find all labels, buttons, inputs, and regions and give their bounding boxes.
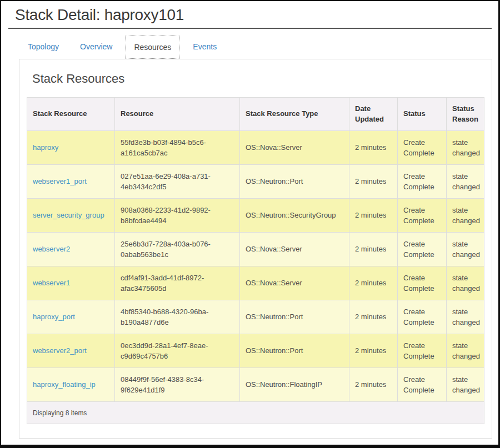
date-updated-cell: 2 minutes <box>349 165 398 199</box>
stack-resource-cell: webserver2 <box>27 233 115 266</box>
status-reason-cell: state changed <box>447 368 484 402</box>
status-reason-cell: state changed <box>447 199 484 233</box>
stack-resource-link[interactable]: haproxy_port <box>33 313 75 321</box>
date-updated-cell: 2 minutes <box>349 300 398 334</box>
stack-resource-type-cell: OS::Neutron::FloatingIP <box>240 368 349 402</box>
status-cell: Create Complete <box>398 334 447 368</box>
status-reason-cell: state changed <box>447 300 484 334</box>
stack-resource-link[interactable]: server_security_group <box>33 211 104 219</box>
stack-detail-page: Stack Detail: haproxy101 Topology Overvi… <box>0 0 500 448</box>
column-header-stack-resource: Stack Resource <box>27 98 115 131</box>
column-header-date-updated: Date Updated <box>349 98 398 131</box>
status-reason-cell: state changed <box>447 233 484 266</box>
status-cell: Create Complete <box>398 233 447 266</box>
stack-resource-link[interactable]: webserver1_port <box>33 177 87 185</box>
table-row: webserver2_port 0ec3dd9d-28a1-4ef7-8eae-… <box>27 334 484 368</box>
date-updated-cell: 2 minutes <box>349 368 398 402</box>
stack-resource-link[interactable]: webserver2 <box>33 245 70 253</box>
status-reason-cell: state changed <box>447 334 484 368</box>
table-row: haproxy_floating_ip 08449f9f-56ef-4383-8… <box>27 368 484 402</box>
stack-resource-link[interactable]: webserver1 <box>33 279 70 287</box>
stack-resource-cell: haproxy_port <box>27 300 115 334</box>
status-reason-cell: state changed <box>447 131 484 165</box>
title-divider <box>8 28 492 29</box>
resource-id-cell: 08449f9f-56ef-4383-8c34-9f629e41d1f9 <box>115 368 240 402</box>
column-header-resource: Resource <box>115 98 240 131</box>
stack-resource-type-cell: OS::Neutron::Port <box>240 334 349 368</box>
tab-events[interactable]: Events <box>185 36 224 59</box>
status-cell: Create Complete <box>398 131 447 165</box>
resources-panel: Stack Resources Stack Resource Resource … <box>19 59 492 439</box>
date-updated-cell: 2 minutes <box>349 233 398 266</box>
items-count-label: Displaying 8 items <box>27 402 484 424</box>
table-header: Stack Resource Resource Stack Resource T… <box>27 98 484 131</box>
stack-resource-link[interactable]: haproxy <box>33 143 58 152</box>
table-row: webserver1_port 027e51aa-6e29-408a-a731-… <box>27 165 484 199</box>
column-header-status-reason: Status Reason <box>447 98 484 131</box>
tab-bar: Topology Overview Resources Events <box>20 36 498 59</box>
resource-id-cell: 25e6b3d7-728a-403a-b076-0abab563be1c <box>115 233 240 266</box>
column-header-status: Status <box>398 98 447 131</box>
stack-resource-cell: server_security_group <box>27 199 115 233</box>
date-updated-cell: 2 minutes <box>349 334 398 368</box>
status-reason-cell: state changed <box>447 266 484 300</box>
table-footer: Displaying 8 items <box>27 402 484 424</box>
page-title: Stack Detail: haproxy101 <box>15 6 498 24</box>
stack-resource-type-cell: OS::Nova::Server <box>240 233 349 266</box>
table-row: webserver1 cdf4af91-3add-41df-8972-afac3… <box>27 266 484 300</box>
tab-resources[interactable]: Resources <box>126 36 179 59</box>
tab-topology[interactable]: Topology <box>20 36 67 59</box>
stack-resource-cell: webserver1 <box>27 266 115 300</box>
stack-resource-cell: webserver2_port <box>27 334 115 368</box>
stack-resource-type-cell: OS::Nova::Server <box>240 131 349 165</box>
date-updated-cell: 2 minutes <box>349 131 398 165</box>
resource-id-cell: 4bf85340-b688-4320-96ba-b190a4877d6e <box>115 300 240 334</box>
status-cell: Create Complete <box>398 165 447 199</box>
table-row: haproxy_port 4bf85340-b688-4320-96ba-b19… <box>27 300 484 334</box>
stack-resource-type-cell: OS::Nova::Server <box>240 266 349 300</box>
column-header-stack-resource-type: Stack Resource Type <box>240 98 349 131</box>
table-row: webserver2 25e6b3d7-728a-403a-b076-0abab… <box>27 233 484 266</box>
stack-resource-link[interactable]: haproxy_floating_ip <box>33 380 96 389</box>
stack-resource-cell: haproxy <box>27 131 115 165</box>
status-cell: Create Complete <box>398 300 447 334</box>
stack-resource-type-cell: OS::Neutron::Port <box>240 300 349 334</box>
stack-resource-cell: haproxy_floating_ip <box>27 368 115 402</box>
resource-id-cell: 0ec3dd9d-28a1-4ef7-8eae-c9d69c4757b6 <box>115 334 240 368</box>
panel-heading: Stack Resources <box>32 72 484 86</box>
resource-id-cell: 908a0368-2233-41d2-9892-b8bfcdae4494 <box>115 199 240 233</box>
resource-id-cell: cdf4af91-3add-41df-8972-afac3475605d <box>115 266 240 300</box>
stack-resource-link[interactable]: webserver2_port <box>33 346 87 355</box>
resource-id-cell: 55fd3e3b-b03f-4894-b5c6-a161ca5cb7ac <box>115 131 240 165</box>
resource-id-cell: 027e51aa-6e29-408a-a731-4eb3434c2df5 <box>115 165 240 199</box>
status-cell: Create Complete <box>398 368 447 402</box>
date-updated-cell: 2 minutes <box>349 266 398 300</box>
stack-resource-cell: webserver1_port <box>27 165 115 199</box>
date-updated-cell: 2 minutes <box>349 199 398 233</box>
table-row: haproxy 55fd3e3b-b03f-4894-b5c6-a161ca5c… <box>27 131 484 165</box>
status-cell: Create Complete <box>398 199 447 233</box>
status-reason-cell: state changed <box>447 165 484 199</box>
stack-resource-type-cell: OS::Neutron::SecurityGroup <box>240 199 349 233</box>
table-body: haproxy 55fd3e3b-b03f-4894-b5c6-a161ca5c… <box>27 131 484 402</box>
tab-overview[interactable]: Overview <box>72 36 120 59</box>
table-row: server_security_group 908a0368-2233-41d2… <box>27 199 484 233</box>
stack-resource-type-cell: OS::Neutron::Port <box>240 165 349 199</box>
status-cell: Create Complete <box>398 266 447 300</box>
stack-resources-table: Stack Resource Resource Stack Resource T… <box>27 97 484 424</box>
